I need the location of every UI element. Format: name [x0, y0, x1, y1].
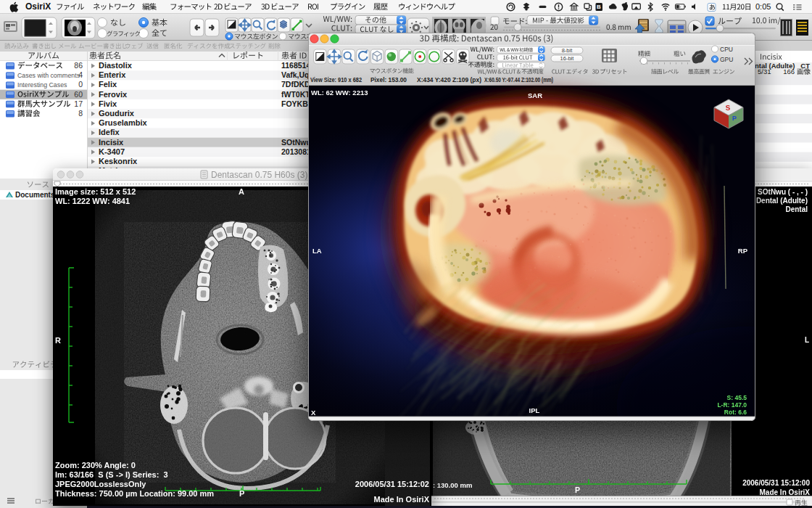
- svg-text:Pixel: 153.00: Pixel: 153.00: [370, 76, 407, 83]
- svg-text:Dental: Dental: [785, 205, 808, 213]
- svg-text:0: 0: [78, 80, 83, 89]
- svg-text:L-R: 147.0: L-R: 147.0: [717, 401, 747, 409]
- svg-text:A: A: [239, 187, 244, 196]
- svg-text:Goudurix: Goudurix: [99, 109, 135, 118]
- svg-text:B: B: [597, 4, 601, 10]
- svg-text:Diastolix: Diastolix: [99, 61, 133, 70]
- svg-text:2006/05/31 15:12:02: 2006/05/31 15:12:02: [355, 480, 429, 488]
- svg-text:4: 4: [78, 70, 83, 79]
- svg-text:WL: 1222 WW: 4841: WL: 1222 WW: 4841: [55, 197, 130, 205]
- svg-text:Dentascan 0.75 H60s (3): Dentascan 0.75 H60s (3): [211, 170, 307, 180]
- svg-text:CPU: CPU: [720, 46, 733, 53]
- svg-text:P: P: [575, 486, 580, 494]
- svg-text:SAR: SAR: [528, 91, 542, 99]
- svg-text:RP: RP: [738, 247, 748, 255]
- svg-text:Incisix: Incisix: [99, 138, 124, 147]
- svg-text:1168514: 1168514: [281, 61, 310, 70]
- svg-text:X:60.50 Y:-97.44 Z:102.00 (mm): X:60.50 Y:-97.44 Z:102.00 (mm): [484, 76, 553, 83]
- svg-text:S: S: [725, 104, 730, 112]
- svg-text:8-bit: 8-bit: [562, 47, 573, 54]
- svg-text:60: 60: [74, 90, 83, 99]
- svg-text:JPEG2000LosslessOnly: JPEG2000LosslessOnly: [55, 480, 146, 488]
- svg-text:GPU: GPU: [720, 56, 733, 63]
- svg-text:SOtNwu: SOtNwu: [281, 138, 311, 147]
- svg-text:Made In OsiriX: Made In OsiriX: [760, 488, 811, 496]
- svg-text:X: X: [311, 409, 316, 417]
- svg-text:SOtNwu ( - , - ): SOtNwu ( - , - ): [758, 188, 808, 196]
- svg-text:Keskonrix: Keskonrix: [99, 157, 138, 165]
- svg-text:: 130.00 mm: : 130.00 mm: [433, 481, 472, 489]
- svg-text:8: 8: [78, 109, 83, 118]
- svg-text:2006/05/31 15:12:00: 2006/05/31 15:12:00: [742, 479, 810, 487]
- svg-text:WL: 62 WW: 2213: WL: 62 WW: 2213: [311, 89, 368, 97]
- svg-text:166: 166: [783, 67, 795, 75]
- svg-text:Made In OsiriX: Made In OsiriX: [374, 495, 430, 504]
- svg-text:S: 45.5: S: 45.5: [727, 394, 747, 401]
- svg-text:LA: LA: [312, 247, 322, 255]
- svg-text:K-3407: K-3407: [99, 147, 125, 156]
- svg-text:Ferovix: Ferovix: [99, 90, 128, 99]
- svg-text:OsiriX: OsiriX: [25, 1, 51, 12]
- svg-text:16-bit: 16-bit: [560, 55, 575, 62]
- svg-text:R: R: [55, 336, 61, 345]
- svg-text:Thickness: 750.00 µm Location:: Thickness: 750.00 µm Location: 99.00 mm: [55, 489, 214, 498]
- svg-text:Rot: 6.6: Rot: 6.6: [724, 409, 747, 416]
- svg-text:Idefix: Idefix: [99, 128, 120, 136]
- svg-text:5/31: 5/31: [758, 67, 771, 75]
- svg-text:Felix: Felix: [99, 80, 117, 89]
- svg-text:Gruselambix: Gruselambix: [99, 118, 148, 127]
- svg-text:Zoom: 230% Angle: 0: Zoom: 230% Angle: 0: [55, 461, 136, 470]
- svg-text:IPL: IPL: [529, 406, 540, 414]
- svg-text:L: L: [805, 336, 809, 344]
- svg-text:0:05: 0:05: [755, 2, 771, 11]
- svg-text:86: 86: [74, 61, 83, 70]
- svg-text:P: P: [732, 115, 737, 122]
- svg-text:Image size: 512 x 512: Image size: 512 x 512: [55, 187, 136, 196]
- svg-text:Im: 63/166 S (S -> I) Series:: Im: 63/166 S (S -> I) Series: 3: [55, 470, 168, 479]
- svg-text:Fivix: Fivix: [99, 99, 117, 108]
- svg-text:X:434 Y:420 Z:109 (px): X:434 Y:420 Z:109 (px): [417, 76, 481, 83]
- svg-text:Enterix: Enterix: [99, 70, 126, 79]
- svg-text:Interesting Cases: Interesting Cases: [17, 81, 67, 89]
- svg-text:P: P: [239, 489, 244, 498]
- svg-text:View Size: 910 x 682: View Size: 910 x 682: [310, 76, 362, 83]
- svg-text:Cases with comments: Cases with comments: [17, 72, 80, 79]
- svg-text:17: 17: [74, 99, 83, 108]
